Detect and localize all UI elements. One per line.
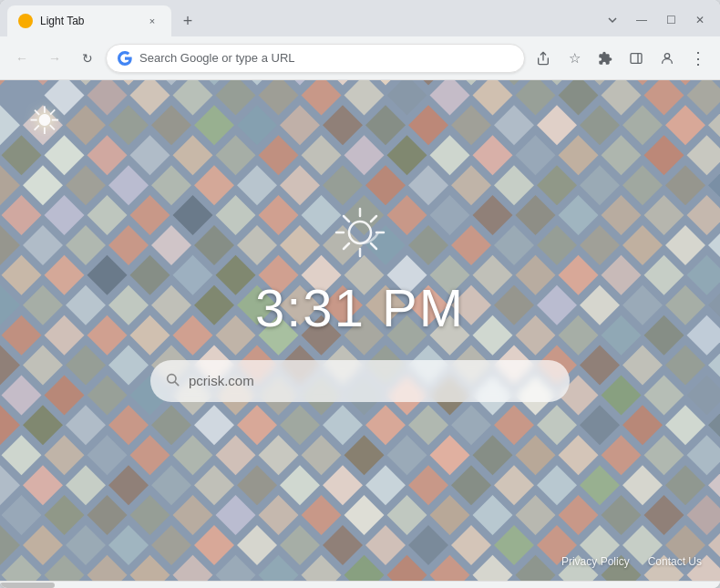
sun-svg: [333, 205, 387, 260]
browser-frame: Light Tab × + — ☐ ✕ ← →: [0, 0, 720, 588]
tab-favicon: [18, 14, 33, 28]
toolbar-right: ☆ ⋮: [529, 44, 713, 73]
google-logo: [118, 51, 132, 66]
minimize-button[interactable]: —: [629, 7, 654, 33]
footer-links: Privacy Policy Contact Us: [561, 555, 702, 568]
search-icon: [165, 372, 180, 390]
tab-bar: Light Tab × + — ☐ ✕: [0, 0, 720, 36]
svg-line-8: [344, 216, 349, 222]
svg-point-2: [664, 53, 669, 57]
reload-button[interactable]: ↻: [73, 44, 102, 73]
active-tab[interactable]: Light Tab ×: [7, 5, 171, 36]
address-bar[interactable]: Search Google or type a URL: [106, 44, 525, 73]
privacy-policy-link[interactable]: Privacy Policy: [561, 555, 630, 568]
sidebar-icon: [629, 51, 643, 66]
profile-button[interactable]: [653, 44, 682, 73]
chevron-down-icon: [607, 15, 618, 26]
bookmark-button[interactable]: ☆: [560, 44, 589, 73]
tab-title: Light Tab: [40, 15, 137, 27]
time-display: 3:31 PM: [255, 277, 465, 338]
address-text: Search Google or type a URL: [139, 51, 513, 65]
magnifier-icon: [165, 372, 180, 387]
new-tab-button[interactable]: +: [175, 8, 201, 34]
sun-icon-center: [333, 205, 387, 270]
svg-line-13: [175, 382, 179, 386]
horizontal-scrollbar[interactable]: [0, 581, 720, 588]
puzzle-icon: [598, 51, 612, 66]
svg-point-3: [349, 222, 371, 243]
page-content: ☀ 3:31: [0, 80, 720, 581]
tab-strip-menu-button[interactable]: [600, 7, 625, 33]
svg-line-9: [371, 243, 376, 249]
scrollbar-thumb[interactable]: [0, 583, 55, 588]
forward-button[interactable]: →: [40, 44, 69, 73]
maximize-button[interactable]: ☐: [658, 7, 684, 33]
extensions-button[interactable]: [591, 44, 620, 73]
toolbar: ← → ↻ Search Google or type a URL ☆: [0, 36, 720, 80]
share-button[interactable]: [529, 44, 558, 73]
search-box[interactable]: pcrisk.com: [150, 360, 570, 402]
profile-icon: [660, 51, 674, 66]
close-button[interactable]: ✕: [687, 7, 713, 33]
newtab-overlay: ☀ 3:31: [0, 80, 720, 581]
svg-rect-0: [631, 53, 642, 63]
search-input-text[interactable]: pcrisk.com: [189, 373, 555, 388]
contact-us-link[interactable]: Contact Us: [648, 555, 702, 568]
chrome-menu-button[interactable]: ⋮: [684, 44, 713, 73]
window-controls: — ☐ ✕: [600, 7, 713, 33]
sun-icon-topleft: ☀: [27, 98, 62, 143]
sidebar-button[interactable]: [622, 44, 651, 73]
svg-line-10: [371, 216, 376, 222]
svg-line-11: [344, 243, 349, 249]
tab-close-button[interactable]: ×: [144, 13, 160, 29]
back-button[interactable]: ←: [7, 44, 36, 73]
share-icon: [536, 51, 550, 66]
